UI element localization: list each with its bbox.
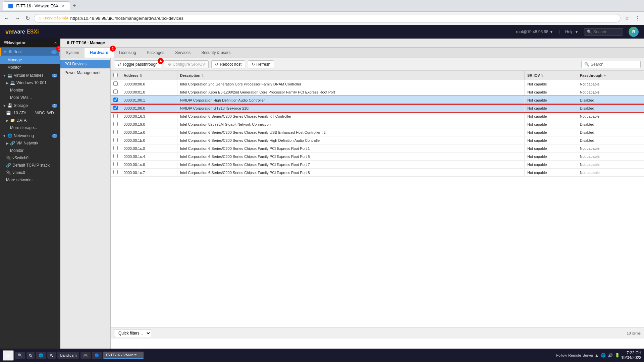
table-row[interactable]: 0000:00:1b.0Intel Corporation 6 Series/C…	[111, 136, 644, 144]
row-checkbox[interactable]	[113, 81, 118, 86]
taskbar-vmware-btn[interactable]: IT-TT-16 - VMware ...	[103, 352, 144, 359]
row-checkbox[interactable]	[113, 170, 118, 174]
tab-close-btn[interactable]: ×	[62, 4, 64, 8]
start-btn[interactable]: ⊞	[3, 350, 14, 361]
sidebar-item-win10[interactable]: ▶ 💻 Windows-10-001	[0, 79, 60, 86]
nav-forward-btn[interactable]: →	[13, 14, 21, 23]
table-row[interactable]: 0000:00:1a.0Intel Corporation 6 Series/C…	[111, 128, 644, 136]
row-checkbox[interactable]	[113, 106, 118, 110]
table-row[interactable]: 0000:00:1c.4Intel Corporation 6 Series/C…	[111, 153, 644, 161]
table-row[interactable]: 0000:00:00.0Intel Corporation 2nd Genera…	[111, 80, 644, 88]
cell-description: Intel Corporation 6 Series/C200 Series C…	[177, 112, 524, 120]
table-row[interactable]: 0000:00:19.0Intel Corporation 82579LM Gi…	[111, 120, 644, 128]
cell-description: NVIDIA Corporation High Definition Audio…	[177, 96, 524, 104]
left-panel-power[interactable]: Power Management	[60, 68, 110, 77]
header-search-input[interactable]	[593, 29, 620, 34]
sidebar-item-monitor[interactable]: Monitor	[0, 64, 60, 71]
taskbar-bandicam-btn[interactable]: Bandicam	[57, 352, 79, 359]
sidebar-item-vswitch[interactable]: 🔌 vSwitch0	[0, 154, 60, 162]
taskbar-follow: Follow	[556, 353, 567, 357]
taskbar-taskview-btn[interactable]: ⧉	[26, 352, 35, 359]
taskbar-app6-btn[interactable]: 🎮	[80, 352, 91, 359]
address-url[interactable]: https://10.48.98.98/ui/#/host/manage/har…	[70, 16, 183, 21]
sidebar-item-vms[interactable]: ▼ 💻 Virtual Machines 1	[0, 72, 60, 79]
sidebar: ☰ Navigator × ▼ 🖥 Host 1 1 Manage Monito…	[0, 39, 60, 349]
toolbar-search-input[interactable]	[591, 62, 638, 67]
browser-tab[interactable]: IT-TT-16 - VMware ESXi ×	[3, 1, 70, 10]
row-checkbox[interactable]	[113, 138, 118, 142]
sidebar-item-net-monitor[interactable]: Monitor	[0, 147, 60, 154]
header-user[interactable]: root@10.48.98.98 ▼	[516, 29, 553, 34]
more-btn[interactable]: ⋮	[633, 14, 641, 23]
col-description[interactable]: Description ⇅	[177, 71, 524, 80]
refresh-btn[interactable]: ↻ Refresh	[248, 60, 274, 68]
content-area: 🖥 IT-TT-16 - Manage System Hardware 2 Li…	[60, 39, 644, 349]
table-row[interactable]: 0000:00:01.0Intel Corporation Xeon E3-12…	[111, 88, 644, 96]
sidebar-item-disk[interactable]: 💾 t10.ATA____WDC_WD...	[0, 109, 60, 117]
cell-passthrough: Not capable	[577, 80, 644, 88]
row-checkbox[interactable]	[113, 146, 118, 150]
sidebar-item-data[interactable]: ▶ 📁 DATA	[0, 117, 60, 124]
more-networks-label: More networks...	[6, 178, 36, 182]
col-address[interactable]: Address ⇅	[121, 71, 177, 80]
bookmark-btn[interactable]: ☆	[623, 14, 631, 23]
tab-system[interactable]: System	[60, 48, 85, 58]
cell-address: 0000:00:1c.7	[121, 169, 177, 177]
sidebar-item-host[interactable]: ▼ 🖥 Host 1 1	[0, 48, 60, 56]
content-header: 🖥 IT-TT-16 - Manage	[60, 39, 644, 48]
user-avatar[interactable]: R	[629, 27, 639, 37]
row-checkbox[interactable]	[113, 154, 118, 158]
sidebar-data-label: DATA	[16, 118, 26, 123]
sidebar-item-storage[interactable]: ▼ 💾 Storage 2	[0, 102, 60, 109]
row-checkbox[interactable]	[113, 130, 118, 134]
tab-security[interactable]: Security & users	[196, 48, 236, 58]
quick-filter-select[interactable]: Quick filters...	[114, 329, 151, 337]
tab-hardware[interactable]: Hardware 2	[85, 48, 114, 58]
sidebar-item-more-vms[interactable]: More VMs...	[0, 94, 60, 101]
sidebar-item-more-storage[interactable]: More storage...	[0, 124, 60, 131]
tab-services[interactable]: Services	[170, 48, 196, 58]
taskbar-search-btn[interactable]: 🔍	[15, 352, 25, 359]
row-checkbox[interactable]	[113, 162, 118, 166]
sidebar-item-tcpip[interactable]: 🔗 Default TCP/IP stack	[0, 162, 60, 169]
sidebar-item-more-networks[interactable]: More networks...	[0, 176, 60, 184]
toggle-passthrough-btn[interactable]: ⇄ Toggle passthrough 4	[114, 60, 161, 68]
sidebar-item-manage[interactable]: Manage	[0, 56, 60, 64]
cell-sriov: Not capable	[524, 112, 577, 120]
nav-back-btn[interactable]: ←	[3, 14, 11, 23]
table-row[interactable]: 0000:01:00.1NVIDIA Corporation High Defi…	[111, 96, 644, 104]
sys-battery-icon: 🔋	[615, 353, 620, 358]
sidebar-monitor-label: Monitor	[7, 65, 21, 70]
address-box: ⚠ Không bảo mật https://10.48.98.98/ui/#…	[34, 14, 621, 22]
row-checkbox[interactable]	[113, 98, 118, 102]
table-row[interactable]: 0000:01:00.0NVIDIA Corporation GT218 [Ge…	[111, 104, 644, 112]
taskbar-app7-btn[interactable]: 🔵	[92, 352, 102, 359]
chevron-right-icon-data: ▶	[6, 119, 9, 122]
col-passthrough[interactable]: Passthrough ▼	[577, 71, 644, 80]
row-checkbox[interactable]	[113, 89, 118, 94]
new-tab-btn[interactable]: +	[70, 1, 78, 10]
table-row[interactable]: 0000:00:1c.6Intel Corporation 6 Series/C…	[111, 161, 644, 169]
sidebar-item-vmnic[interactable]: 🔌 vmnic0	[0, 169, 60, 176]
nav-refresh-btn[interactable]: ↻	[24, 14, 31, 23]
configure-sriov-btn[interactable]: ⚙ Configure SR-IOV	[164, 60, 209, 68]
table-row[interactable]: 0000:00:16.3Intel Corporation 6 Series/C…	[111, 112, 644, 120]
row-checkbox[interactable]	[113, 114, 118, 118]
col-sriov[interactable]: SR-IOV ⇅	[524, 71, 577, 80]
reboot-host-btn[interactable]: ↺ Reboot host	[211, 60, 245, 68]
cell-address: 0000:00:1c.4	[121, 153, 177, 161]
sidebar-close-icon[interactable]: ×	[54, 41, 57, 45]
taskbar-word-btn[interactable]: W	[47, 352, 56, 359]
sidebar-item-vm-monitor[interactable]: Monitor	[0, 86, 60, 94]
header-help[interactable]: Help ▼	[565, 29, 579, 34]
tab-packages[interactable]: Packages	[141, 48, 170, 58]
table-row[interactable]: 0000:00:1c.0Intel Corporation 6 Series/C…	[111, 144, 644, 153]
table-row[interactable]: 0000:00:1c.7Intel Corporation 6 Series/C…	[111, 169, 644, 177]
left-panel-pci[interactable]: PCI Devices	[60, 60, 110, 68]
sidebar-item-vmnetwork[interactable]: ▶ 🔗 VM Network	[0, 139, 60, 147]
sidebar-item-networking[interactable]: ▼ 🌐 Networking 1	[0, 132, 60, 139]
select-all-checkbox[interactable]	[113, 73, 118, 77]
tab-licensing[interactable]: Licensing	[114, 48, 142, 58]
row-checkbox[interactable]	[113, 122, 118, 126]
taskbar-ie-btn[interactable]: 🌐	[36, 352, 46, 359]
